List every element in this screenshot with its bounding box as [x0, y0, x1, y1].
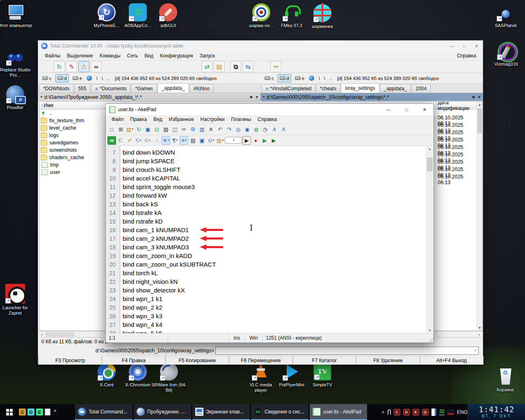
- editor-line[interactable]: 10 bind accel kCAPITAL: [106, 174, 426, 183]
- desktop-icon-myphoneexplorer[interactable]: MyPhoneE...: [89, 3, 124, 28]
- menu-item[interactable]: Запуск: [196, 53, 219, 59]
- panel-tab[interactable]: ≣_appdata_: [158, 83, 189, 93]
- tray-32-indicator[interactable]: 32: [439, 409, 445, 415]
- font-add-icon[interactable]: A: [279, 125, 288, 134]
- menu-item[interactable]: Настройки: [197, 116, 228, 122]
- desktop-icon-fmka[interactable]: FMka 97.3: [274, 3, 309, 28]
- color-theme-icon[interactable]: ◍: [252, 125, 260, 134]
- desktop-icon-vlc[interactable]: VLC media player: [243, 363, 278, 393]
- newline-format[interactable]: Win: [245, 333, 262, 342]
- record-macro-icon[interactable]: ●: [251, 136, 260, 145]
- tray-icon-at[interactable]: @: [422, 409, 429, 415]
- scroll-right-icon[interactable]: ›: [476, 331, 482, 337]
- new-tab-icon[interactable]: ⊞: [116, 125, 125, 134]
- editor-line[interactable]: 28 bind wpn_5 k5: [106, 329, 426, 333]
- network-globe-icon[interactable]: [87, 75, 92, 81]
- drive-button[interactable]: e: [71, 74, 84, 82]
- undo-icon[interactable]: ↶: [216, 125, 224, 134]
- menu-item[interactable]: Вид: [141, 53, 157, 59]
- path-nav-button[interactable]: \: [322, 76, 327, 81]
- scrollbar-thumb[interactable]: [477, 108, 482, 133]
- scrollbar-thumb[interactable]: [427, 158, 433, 171]
- menu-item[interactable]: Плагины: [228, 116, 254, 122]
- quick-launch-drive-icon[interactable]: E: [36, 409, 43, 415]
- desktop-icon-simpletv[interactable]: SimpleTV: [305, 363, 340, 388]
- quick-search-box-icon[interactable]: [225, 137, 242, 144]
- akelpad-close-button[interactable]: ✕: [415, 104, 434, 115]
- drive-button[interactable]: c: [40, 74, 54, 82]
- drive-button[interactable]: d: [55, 74, 69, 82]
- menu-item[interactable]: Команды: [96, 53, 124, 59]
- akelpad-titlebar[interactable]: user.ltx - AkelPad — □ ✕: [106, 104, 434, 115]
- scroll-down-icon[interactable]: ▼: [477, 325, 482, 331]
- quick-launch-drive-icon[interactable]: C: [19, 409, 26, 415]
- editor-line[interactable]: 9 bind crouch kLSHIFT: [106, 165, 426, 174]
- left-path-bar[interactable]: ▼ d:\Games\Пробуждение 2055\_appdata_\*.…: [38, 93, 260, 101]
- editor-line[interactable]: 13 bind back kS: [106, 200, 426, 208]
- editor-line[interactable]: 15 bind rstrafe kD: [106, 217, 426, 226]
- panel-tab[interactable]: ≣*cheats: [316, 84, 340, 93]
- editor-line[interactable]: 22 bind night_vision kN: [106, 277, 426, 286]
- menu-item[interactable]: Выделение: [64, 53, 96, 59]
- function-key-button[interactable]: F6 Перемещение: [229, 356, 292, 365]
- tray-icon-e[interactable]: E: [413, 409, 419, 415]
- tray-expand-chevron-icon[interactable]: ∧: [381, 410, 384, 414]
- tray-icon-d[interactable]: D: [403, 409, 410, 415]
- panel-tab[interactable]: ≣#KiNoo: [189, 84, 214, 93]
- delete-icon[interactable]: ✕: [207, 125, 215, 134]
- taskbar-task-button[interactable]: user.ltx - AkelPad: [310, 404, 367, 420]
- panel-tab[interactable]: ≣_appdata_: [380, 84, 411, 93]
- tray-icon-c[interactable]: C: [394, 409, 400, 415]
- scroll-left-icon[interactable]: ‹: [39, 331, 45, 337]
- menu-item[interactable]: Вид: [150, 116, 166, 122]
- desktop-icon-proxifier[interactable]: Proxifier: [0, 85, 33, 110]
- tc-titlebar[interactable]: Total Commander 10.00 - Ustav fyziky kon…: [38, 41, 483, 51]
- tc-maximize-button[interactable]: □: [458, 41, 470, 50]
- exec-frame-icon[interactable]: ▶: [242, 136, 251, 145]
- panel-tab[interactable]: ≣*DOWNlods: [39, 84, 74, 93]
- network-globe-icon[interactable]: [309, 75, 314, 81]
- editor-line[interactable]: 7 bind down kDOWN: [106, 148, 426, 157]
- editor-line[interactable]: 25 bind wpn_2 k2: [106, 303, 426, 312]
- akelpad-exec-icon[interactable]: ар: [107, 136, 116, 145]
- editor-line[interactable]: 24 bind wpn_1 k1: [106, 294, 426, 303]
- open-file-icon[interactable]: ▨: [126, 125, 134, 134]
- search-binoculars-icon[interactable]: ∞: [91, 61, 102, 72]
- desktop-icon-sasplanet[interactable]: SASPlanet: [488, 3, 523, 28]
- taskbar-task-button[interactable]: Total Command...: [75, 404, 132, 420]
- drive-button[interactable]: c: [262, 74, 276, 82]
- panel-tab[interactable]: ≣2004: [411, 84, 431, 93]
- quick-launch-drive-icon[interactable]: D: [27, 409, 34, 415]
- editor-line[interactable]: 20 bind cam_zoom_out kSUBTRACT: [106, 260, 426, 269]
- code-fold-icon[interactable]: C+: [135, 136, 143, 145]
- editor-area[interactable]: 7 bind down kDOWN 8 bind jump kSPACE 9 b…: [106, 146, 433, 333]
- wrap-toggle-icon[interactable]: ✕: [162, 136, 170, 145]
- editor-line[interactable]: 12 bind forward kW: [106, 191, 426, 200]
- editor-line[interactable]: 14 bind lstrafe kA: [106, 208, 426, 217]
- run-script-icon[interactable]: ▶: [269, 136, 278, 145]
- refresh-icon[interactable]: ↻: [54, 61, 65, 72]
- editor-line[interactable]: 26 bind wpn_3 k3: [106, 312, 426, 320]
- tc-minimize-button[interactable]: —: [446, 41, 458, 50]
- favorites-folder-icon[interactable]: ▨: [216, 136, 224, 145]
- desktop-icon-vizimag[interactable]: Vizimag319: [488, 42, 524, 67]
- scroll-up-icon[interactable]: ∧: [427, 146, 433, 152]
- editor-line[interactable]: 8 bind jump kSPACE: [106, 157, 426, 165]
- akelpad-minimize-button[interactable]: —: [379, 104, 397, 115]
- desktop-icon-xcent[interactable]: X-Cent: [89, 363, 124, 388]
- function-key-button[interactable]: F3 Просмотр: [39, 356, 102, 365]
- date-modified-column-header[interactable]: Дата модификации: [436, 102, 477, 110]
- editor-line[interactable]: 16 bind cam_1 kNUMPAD1: [106, 226, 426, 234]
- desktop-icon-this-pc[interactable]: Этот компьютер: [0, 3, 33, 28]
- cut-icon[interactable]: ✂: [180, 125, 188, 134]
- play-macro-icon[interactable]: ▶: [260, 136, 269, 145]
- editor-line[interactable]: 17 bind cam_2 kNUMPAD2: [106, 234, 426, 243]
- menu-item[interactable]: Правка: [127, 116, 151, 122]
- scroll-up-icon[interactable]: ▲: [477, 102, 482, 107]
- paperclip-tray-icon[interactable]: [388, 409, 391, 415]
- language-indicator[interactable]: ENG: [457, 409, 468, 415]
- edit-selection-list-icon[interactable]: ✎: [66, 61, 77, 72]
- copy-icon[interactable]: ⧉: [189, 125, 197, 134]
- compare-trees-icon[interactable]: ⧉: [230, 61, 241, 72]
- editor-text-area[interactable]: 7 bind down kDOWN 8 bind jump kSPACE 9 b…: [106, 148, 426, 333]
